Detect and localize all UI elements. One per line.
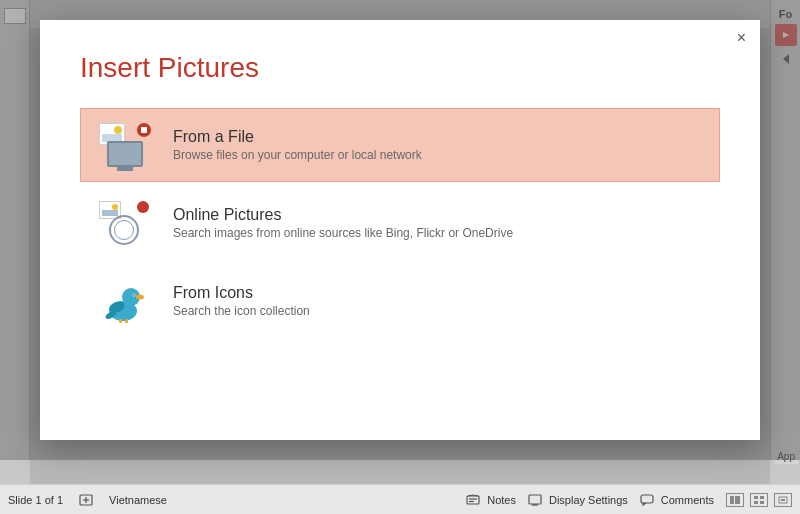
from-file-desc: Browse files on your computer or local n…: [173, 148, 422, 162]
modal-overlay: × Insert Pictures From a File Browse fil…: [0, 0, 800, 460]
language-label: Vietnamese: [109, 494, 167, 506]
from-icons-desc: Search the icon collection: [173, 304, 310, 318]
svg-rect-16: [529, 495, 541, 504]
svg-rect-24: [754, 501, 758, 504]
from-icons-title: From Icons: [173, 284, 310, 302]
svg-rect-25: [760, 501, 764, 504]
reading-view-icon[interactable]: [774, 493, 792, 507]
svg-rect-20: [730, 496, 734, 504]
svg-rect-27: [781, 499, 785, 501]
svg-rect-9: [125, 319, 128, 323]
from-icons-icon: [97, 277, 153, 325]
svg-rect-13: [467, 496, 479, 504]
status-bar: Slide 1 of 1 Vietnamese Notes Disp: [0, 484, 800, 514]
online-pictures-icon: [97, 199, 153, 247]
online-pictures-title: Online Pictures: [173, 206, 513, 224]
slide-info: Slide 1 of 1: [8, 494, 63, 506]
online-pictures-desc: Search images from online sources like B…: [173, 226, 513, 240]
normal-view-icon[interactable]: [726, 493, 744, 507]
comments-button[interactable]: Comments: [640, 494, 714, 506]
dialog-close-button[interactable]: ×: [737, 30, 746, 46]
fit-slide-icon[interactable]: [79, 493, 93, 507]
dialog-title: Insert Pictures: [80, 52, 720, 84]
svg-rect-23: [760, 496, 764, 499]
svg-rect-21: [735, 496, 740, 504]
view-icons: [726, 493, 792, 507]
from-file-title: From a File: [173, 128, 422, 146]
from-icons-option[interactable]: From Icons Search the icon collection: [80, 264, 720, 338]
status-right: Notes Display Settings Comments: [466, 493, 792, 507]
from-file-option[interactable]: From a File Browse files on your compute…: [80, 108, 720, 182]
svg-point-5: [133, 294, 135, 296]
svg-point-3: [136, 295, 144, 300]
slide-sorter-icon[interactable]: [750, 493, 768, 507]
from-file-text: From a File Browse files on your compute…: [173, 128, 422, 162]
svg-rect-8: [119, 319, 122, 323]
from-file-icon: [97, 121, 153, 169]
svg-rect-22: [754, 496, 758, 499]
online-pictures-text: Online Pictures Search images from onlin…: [173, 206, 513, 240]
display-settings-button[interactable]: Display Settings: [528, 494, 628, 506]
svg-rect-19: [641, 495, 653, 503]
from-icons-text: From Icons Search the icon collection: [173, 284, 310, 318]
online-pictures-option[interactable]: Online Pictures Search images from onlin…: [80, 186, 720, 260]
notes-button[interactable]: Notes: [466, 494, 516, 506]
insert-pictures-dialog: × Insert Pictures From a File Browse fil…: [40, 20, 760, 440]
